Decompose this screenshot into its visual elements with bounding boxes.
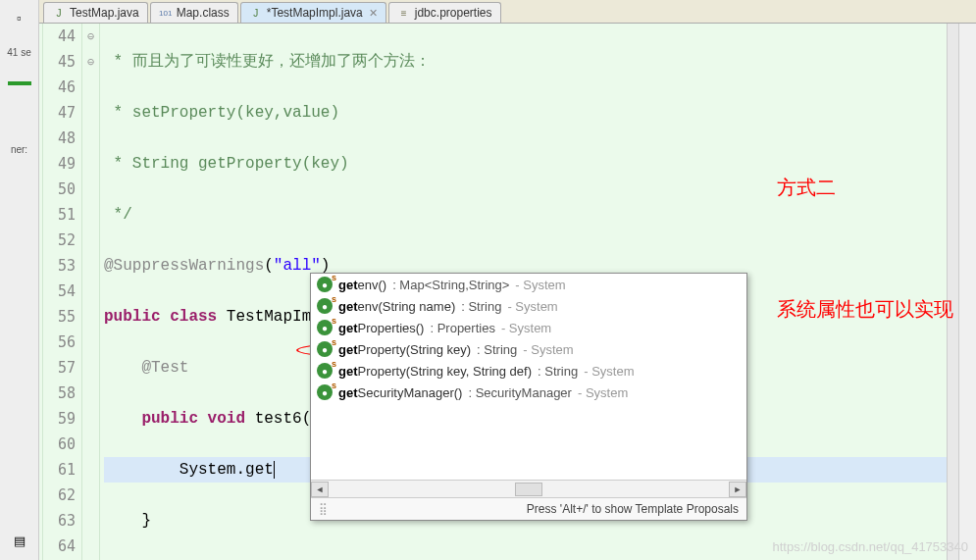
line-number: 55: [43, 304, 76, 330]
line-number: 53: [43, 253, 76, 279]
fold-toggle[interactable]: ⊖: [82, 24, 99, 49]
tab-label: TestMap.java: [70, 6, 139, 20]
left-toolbar: ▫ 41 se ner: ▤: [0, 0, 39, 560]
line-number: 48: [43, 126, 76, 151]
line-number: 50: [43, 177, 76, 202]
line-number: 51: [43, 202, 76, 228]
method-icon: ●: [317, 384, 333, 400]
code-token: public void: [141, 410, 245, 428]
code-token: }: [141, 512, 151, 530]
line-number: 61: [43, 457, 76, 483]
code-line: */: [104, 206, 132, 224]
line-number: 47: [43, 100, 76, 126]
annotation-text: 系统属性也可以实现: [777, 296, 953, 322]
resize-grip-icon[interactable]: ⣿: [319, 502, 334, 516]
line-gutter: 44 45 46 47 48 49 50 51 52 53 54 55 56 5…: [43, 24, 82, 560]
code-token: System.: [180, 461, 245, 479]
line-number: 59: [43, 406, 76, 432]
proposal-item[interactable]: ●getProperty(String key) : String - Syst…: [311, 338, 746, 360]
method-icon: ●: [317, 298, 333, 314]
class-file-icon: 101: [159, 6, 173, 20]
code-line: * String getProperty(key): [104, 155, 349, 173]
vertical-scrollbar[interactable]: [958, 24, 976, 560]
code-token: @Test: [141, 359, 188, 377]
tab-label: Map.class: [177, 6, 230, 20]
tab-testmap[interactable]: J TestMap.java: [43, 2, 148, 23]
proposal-item[interactable]: ●getenv() : Map<String,String> - System: [311, 274, 746, 295]
code-token: get: [245, 461, 274, 479]
progress-bar: [8, 81, 31, 85]
code-line: * 而且为了可读性更好，还增加了两个方法：: [104, 53, 431, 71]
editor-tabs: J TestMap.java 101 Map.class J *TestMapI…: [39, 0, 976, 24]
fold-column[interactable]: ⊖ ⊖: [82, 24, 100, 560]
java-file-icon: J: [52, 6, 66, 20]
overview-ruler[interactable]: [947, 24, 958, 560]
tab-jdbcprops[interactable]: ≡ jdbc.properties: [388, 2, 501, 23]
popup-footer: ⣿ Press 'Alt+/' to show Template Proposa…: [311, 497, 746, 520]
toolbar-icon[interactable]: ▫: [10, 8, 29, 27]
text-caret: [274, 461, 275, 479]
scroll-thumb[interactable]: [515, 483, 542, 496]
line-number: 54: [43, 279, 76, 304]
proposal-item[interactable]: ●getProperties() : Properties - System: [311, 317, 746, 338]
line-number: 57: [43, 355, 76, 381]
view-icon[interactable]: ▤: [10, 531, 29, 550]
popup-hscrollbar[interactable]: ◄ ►: [311, 480, 746, 497]
line-number: 63: [43, 508, 76, 534]
properties-file-icon: ≡: [397, 6, 411, 20]
method-icon: ●: [317, 341, 333, 357]
editor-area: J TestMap.java 101 Map.class J *TestMapI…: [39, 0, 976, 560]
proposal-item[interactable]: ●getenv(String name) : String - System: [311, 295, 746, 317]
code-token: (: [264, 257, 274, 275]
tab-mapclass[interactable]: 101 Map.class: [150, 2, 238, 23]
line-number: 44: [43, 24, 76, 49]
code-token: @SuppressWarnings: [104, 257, 264, 275]
annotation-text: 方式二: [777, 175, 836, 200]
line-number: 58: [43, 381, 76, 406]
popup-hint: Press 'Alt+/' to show Template Proposals: [334, 502, 739, 516]
line-number: 52: [43, 228, 76, 253]
method-icon: ●: [317, 277, 333, 292]
line-number: 62: [43, 483, 76, 508]
method-icon: ●: [317, 363, 333, 379]
content-assist-popup: ●getenv() : Map<String,String> - System …: [310, 273, 747, 521]
watermark: https://blog.csdn.net/qq_41753340: [773, 539, 969, 554]
ner-label: ner:: [11, 144, 27, 155]
close-icon[interactable]: ✕: [369, 7, 378, 20]
line-number: 45: [43, 49, 76, 75]
scroll-left-icon[interactable]: ◄: [311, 482, 329, 497]
line-number: 56: [43, 330, 76, 355]
tab-testmapimpl[interactable]: J *TestMapImpl.java ✕: [240, 2, 386, 23]
code-line: * setProperty(key,value): [104, 104, 339, 122]
proposal-list: ●getenv() : Map<String,String> - System …: [311, 274, 746, 480]
code-token: public class: [104, 308, 217, 326]
fold-toggle[interactable]: ⊖: [82, 49, 99, 75]
method-icon: ●: [317, 320, 333, 335]
tab-label: *TestMapImpl.java: [267, 6, 363, 20]
line-number: 49: [43, 151, 76, 177]
java-file-icon: J: [249, 6, 263, 20]
line-number: 60: [43, 432, 76, 457]
line-number: 46: [43, 75, 76, 100]
proposal-item[interactable]: ●getProperty(String key, String def) : S…: [311, 360, 746, 382]
line-number: 64: [43, 534, 76, 559]
proposal-item[interactable]: ●getSecurityManager() : SecurityManager …: [311, 382, 746, 403]
scroll-right-icon[interactable]: ►: [729, 482, 746, 497]
runner-label: 41 se: [7, 47, 30, 58]
tab-label: jdbc.properties: [415, 6, 492, 20]
